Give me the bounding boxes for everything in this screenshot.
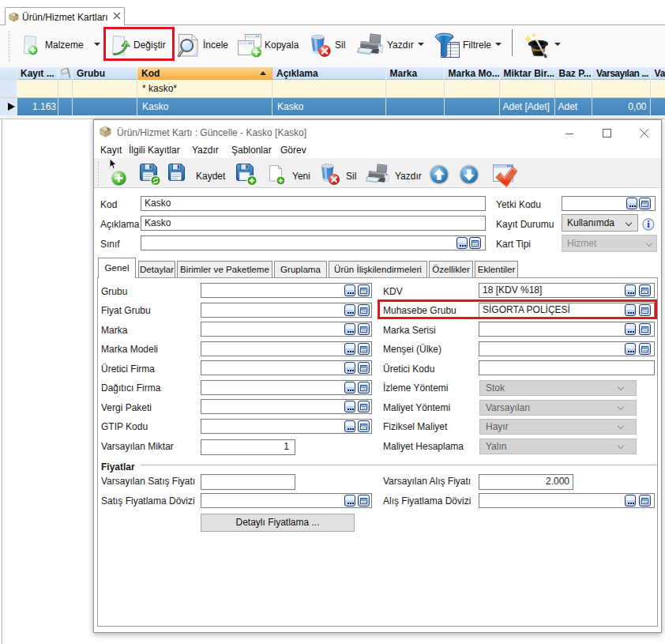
svg-text:i: i <box>647 219 650 230</box>
